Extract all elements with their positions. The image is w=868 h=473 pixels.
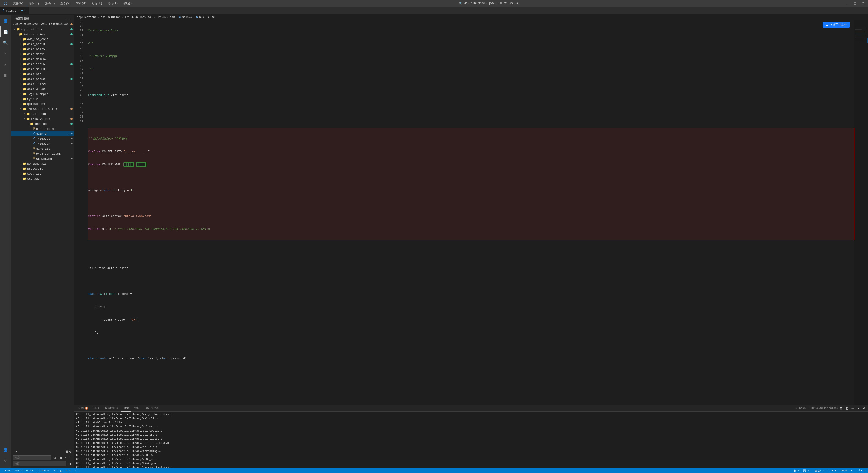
activity-avatar[interactable]: 👤 [0,16,11,27]
breadcrumb-tm1637clock[interactable]: TM1637Clock [157,16,175,19]
panel-tab-debug[interactable]: 调试控制台 [102,405,120,412]
title-bar-right: — □ ✕ [844,1,866,6]
activity-account[interactable]: 👤 [0,444,11,455]
word-button[interactable]: ab [58,456,63,460]
sidebar-item-demo-ds18b20[interactable]: › 📁 demo_ds18b20 [11,57,74,62]
sidebar-item-demo-sht3x[interactable]: › 📁 demo_sht3x [11,77,74,82]
regex-button[interactable]: .* [64,456,67,460]
sidebar-item-demo-dht11[interactable]: › 📁 demo_dht11 [11,52,74,57]
breadcrumb-applications[interactable]: applications [77,16,96,19]
status-branch[interactable]: ⎇ main* [37,469,51,472]
sidebar-item-peripherals[interactable]: › 📁 peripherals [11,161,74,166]
search-input[interactable] [13,455,51,460]
close-button[interactable]: ✕ [860,1,866,6]
sidebar-item-tm1637clock[interactable]: ▾ 📁 TM1637Clock [11,116,74,121]
code-content[interactable]: #include <math.h> /** * TM1637 NTP时钟 */ … [86,20,855,405]
sidebar-item-iot-solution[interactable]: ▾ 📁 iot-solution [11,32,74,37]
minimize-button[interactable]: — [844,1,851,6]
status-wsl[interactable]: ⎇ WSL: Ubuntu-24.04 [2,469,34,472]
tab-close-button[interactable]: × [24,9,26,12]
sidebar-item-demo-mpu6050[interactable]: › 📁 demo_mpu6050 [11,66,74,71]
activity-search[interactable]: 🔍 [0,37,11,48]
menu-view[interactable]: 查看(V) [59,1,72,6]
activity-explorer[interactable]: 📄 [0,27,11,37]
panel-content[interactable]: CC build_out/mbedtls_lts/mbedtls/library… [74,412,868,468]
sidebar-item-demo-w25qxx[interactable]: › 📁 demo_w25qxx [11,87,74,91]
panel-add-button[interactable]: + [795,406,798,411]
menu-goto[interactable]: 转到(G) [75,1,88,6]
sidebar-item-demo-aht20[interactable]: › 📁 demo_aht20 [11,42,74,47]
ab-button[interactable]: AB [67,462,72,466]
breadcrumb-main-c[interactable]: main.c [182,16,192,19]
sidebar-item-myservo[interactable]: › 📁 myServo [11,96,74,101]
panel-split-button[interactable]: ⊟ [839,406,843,411]
sidebar-item-tm1637online[interactable]: ▾ 📁 TM1637OnlineClock [11,107,74,111]
sidebar-content[interactable]: ▾ AI-THINKER-WB2 [WSL: UBUNTU-24.04] ▾ 📁… [11,22,74,448]
sidebar-item-security[interactable]: › 📁 security [11,171,74,176]
chevron-right-icon: › [19,73,23,76]
status-errors[interactable]: ⊗ 1 △ 0 ⊘ 0 [53,469,71,472]
maximize-button[interactable]: □ [852,1,858,6]
sidebar-item-include[interactable]: › 📁 include [11,121,74,126]
panel-tab-ports[interactable]: 端口 [132,405,142,412]
breadcrumb-router-pwd[interactable]: ROUTER_PWD [199,16,215,19]
upload-button[interactable]: ☁ 拖拽至此上传 [823,22,850,28]
status-position[interactable]: 行 41，列 37 [793,469,811,472]
panel-tab-terminal[interactable]: 终端 [121,405,131,412]
status-language[interactable]: C [850,469,854,472]
sidebar-options-button[interactable]: ··· [66,18,71,20]
activity-git[interactable]: ⑂ [0,48,11,59]
status-eol[interactable]: CRLF [840,469,848,472]
menu-select[interactable]: 选择(S) [43,1,56,6]
sidebar-item-applications[interactable]: ▾ 📁 applications [11,27,74,32]
folder-label: TM1637Clock [31,117,70,121]
replace-input[interactable] [13,461,66,466]
sidebar-item-build-out[interactable]: › 📁 build_out [11,111,74,116]
sidebar-item-demo-bh1750[interactable]: › 📁 demo_bh1750 [11,47,74,52]
status-spaces[interactable]: 空格: 4 [814,469,825,472]
sidebar-item-aws[interactable]: › 📁 aws_iot_core [11,37,74,42]
status-warnings[interactable]: ⚠ 0 [74,469,80,472]
activity-debug[interactable]: ▷ [0,59,11,70]
sidebar-item-readme[interactable]: M README.md U [11,156,74,161]
sidebar-item-demo-tm1721[interactable]: › 📁 demo_TM1721 [11,82,74,87]
breadcrumb-iot-solution[interactable]: iot-solution [101,16,120,19]
panel-tab-serial[interactable]: 串行监视器 [143,405,161,412]
sidebar-item-demo-ina266[interactable]: › 📁 demo_ina266 [11,62,74,66]
breadcrumb-tm1637online[interactable]: TM1637OnlineClock [125,16,152,19]
panel-options-button[interactable]: ··· [850,406,855,411]
status-encoding[interactable]: UTF-8 [828,469,837,472]
search-options-button[interactable]: ··· [68,456,72,460]
status-platform[interactable]: Linux [857,469,866,472]
menu-file[interactable]: 文件(F) [12,1,25,6]
case-sensitive-button[interactable]: Aa [52,456,57,460]
activity-extensions[interactable]: ⊞ [0,70,11,81]
panel-close-button[interactable]: ✕ [862,406,866,411]
panel-maximize-button[interactable]: ▲ [856,406,861,411]
title-text: Ai-Thinker-WB2 [WSL: Ubuntu-24.04] [464,2,520,5]
menu-edit[interactable]: 编辑(E) [28,1,41,6]
folder-badge [70,33,73,35]
panel-tab-output[interactable]: 输出 [91,405,101,412]
activity-settings[interactable]: ⚙ [0,455,11,466]
search-section-header[interactable]: ▾ 搜索 [11,448,74,454]
sidebar-item-makefile[interactable]: M Makefile [11,146,74,151]
sidebar-item-proj-config[interactable]: M proj_config.mk [11,151,74,156]
sidebar-item-bouffalo-mk[interactable]: M bouffalo.mk [11,126,74,131]
sidebar-item-tm1637-c[interactable]: C TM1637.c U [11,136,74,141]
menu-help[interactable]: 帮助(H) [122,1,135,6]
sidebar-item-storage[interactable]: › 📁 storage [11,176,74,181]
sidebar-item-protocols[interactable]: › 📁 protocols [11,166,74,171]
sidebar-item-qcloud[interactable]: › 📁 qcloud_demo [11,101,74,107]
sidebar-item-workspace[interactable]: ▾ AI-THINKER-WB2 [WSL: UBUNTU-24.04] [11,22,74,27]
menu-terminal[interactable]: 终端(T) [106,1,120,6]
tab-bar: C main.c 1 × [0,7,868,15]
panel-tab-problems[interactable]: 问题 1 [76,405,91,412]
sidebar-item-demo-ntc[interactable]: › 📁 demo_ntc [11,71,74,77]
menu-run[interactable]: 运行(R) [91,1,104,6]
panel-trash-button[interactable]: 🗑 [844,406,849,411]
sidebar-item-tm1637-h[interactable]: C TM1637.h U [11,141,74,146]
sidebar-item-lvgl[interactable]: › 📁 lvgl_example [11,91,74,96]
sidebar-item-main-c[interactable]: C main.c 1 U [11,131,74,136]
chevron-right-icon: › [19,58,23,60]
